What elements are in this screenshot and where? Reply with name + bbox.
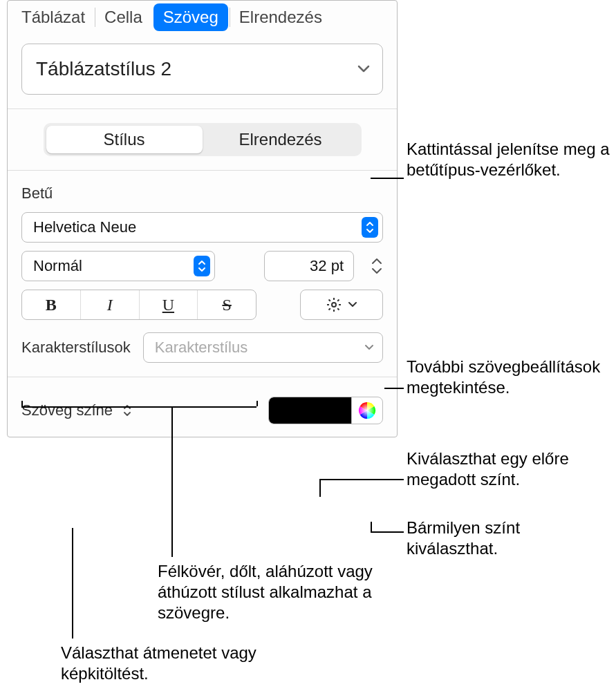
top-tabbar: Táblázat Cella Szöveg Elrendezés xyxy=(8,1,397,34)
character-style-popup[interactable]: Karakterstílus xyxy=(143,332,383,363)
character-styles-row: Karakterstílusok Karakterstílus xyxy=(21,332,383,363)
tab-text[interactable]: Szöveg xyxy=(153,3,228,31)
callout-bius: Félkövér, dőlt, aláhúzott vagy áthúzott … xyxy=(158,561,379,623)
style-layout-segment: Stílus Elrendezés xyxy=(44,123,362,156)
strike-button[interactable]: S xyxy=(198,290,256,319)
tab-cell[interactable]: Cella xyxy=(95,1,152,34)
font-size-stepper[interactable] xyxy=(371,257,383,275)
svg-line-5 xyxy=(329,300,330,301)
font-family-popup[interactable]: Helvetica Neue xyxy=(21,212,383,243)
format-row: B I U S xyxy=(21,290,383,320)
font-size-field[interactable]: 32 pt xyxy=(264,251,354,281)
callout-more-text: További szövegbeállítások megtekintése. xyxy=(407,357,614,398)
text-color-row: Szöveg színe xyxy=(21,397,383,424)
tab-layout[interactable]: Elrendezés xyxy=(230,1,332,34)
callout-line xyxy=(371,178,404,179)
color-wheel-icon xyxy=(358,401,376,419)
updown-icon xyxy=(362,217,378,238)
callout-gradient: Választhat átmenetet vagy képkitöltést. xyxy=(61,643,282,684)
bold-button[interactable]: B xyxy=(22,290,81,319)
font-section-label: Betű xyxy=(21,185,383,202)
segment-layout[interactable]: Elrendezés xyxy=(203,126,359,153)
svg-point-0 xyxy=(332,303,336,307)
font-size-value: 32 pt xyxy=(310,257,344,275)
text-color-well xyxy=(268,397,383,424)
callout-line xyxy=(319,479,404,480)
callout-line xyxy=(72,528,73,638)
callout-line xyxy=(21,401,23,406)
character-styles-label: Karakterstílusok xyxy=(21,339,131,357)
divider xyxy=(8,377,397,377)
text-color-label: Szöveg színe xyxy=(21,401,113,419)
format-sidebar: Táblázat Cella Szöveg Elrendezés Tábláza… xyxy=(7,0,398,437)
chevron-down-icon xyxy=(348,301,357,308)
panel-body: Táblázatstílus 2 Stílus Elrendezés Betű … xyxy=(8,34,397,437)
paragraph-style-label: Táblázatstílus 2 xyxy=(36,58,171,80)
svg-point-9 xyxy=(359,402,375,419)
callout-preset-color: Kiválaszthat egy előre megadott színt. xyxy=(407,448,614,490)
svg-line-6 xyxy=(337,308,339,310)
callout-line xyxy=(371,531,404,533)
callout-line xyxy=(371,522,372,531)
bius-segment: B I U S xyxy=(21,290,256,320)
callout-line xyxy=(21,406,256,408)
gear-icon xyxy=(326,296,342,313)
underline-button[interactable]: U xyxy=(140,290,198,319)
callout-line xyxy=(171,406,173,557)
font-weight-value: Normál xyxy=(33,257,82,275)
color-picker-button[interactable] xyxy=(352,397,382,424)
divider xyxy=(8,170,397,171)
callout-line xyxy=(319,479,321,497)
weight-size-row: Normál 32 pt xyxy=(21,251,383,281)
chevron-down-icon xyxy=(357,65,370,73)
updown-icon xyxy=(194,256,210,276)
paragraph-style-select[interactable]: Táblázatstílus 2 xyxy=(21,44,383,95)
italic-button[interactable]: I xyxy=(81,290,140,319)
svg-line-8 xyxy=(329,308,330,310)
font-family-value: Helvetica Neue xyxy=(33,218,136,236)
callout-line xyxy=(256,401,258,406)
font-weight-popup[interactable]: Normál xyxy=(21,251,215,281)
tab-table[interactable]: Táblázat xyxy=(12,1,95,34)
color-swatch-button[interactable] xyxy=(269,397,352,424)
callout-font-controls: Kattintással jelenítse meg a betűtípus-v… xyxy=(407,139,614,180)
svg-line-7 xyxy=(337,300,339,301)
chevron-down-icon xyxy=(364,344,374,351)
character-style-value: Karakterstílus xyxy=(155,339,248,357)
chevron-down-icon xyxy=(371,267,383,275)
segment-style[interactable]: Stílus xyxy=(46,126,203,153)
callout-line xyxy=(384,388,404,389)
advanced-text-options-button[interactable] xyxy=(300,290,383,320)
callout-any-color: Bármilyen színt kiválaszthat. xyxy=(407,518,600,559)
divider xyxy=(8,108,397,109)
chevron-up-icon xyxy=(371,257,383,265)
